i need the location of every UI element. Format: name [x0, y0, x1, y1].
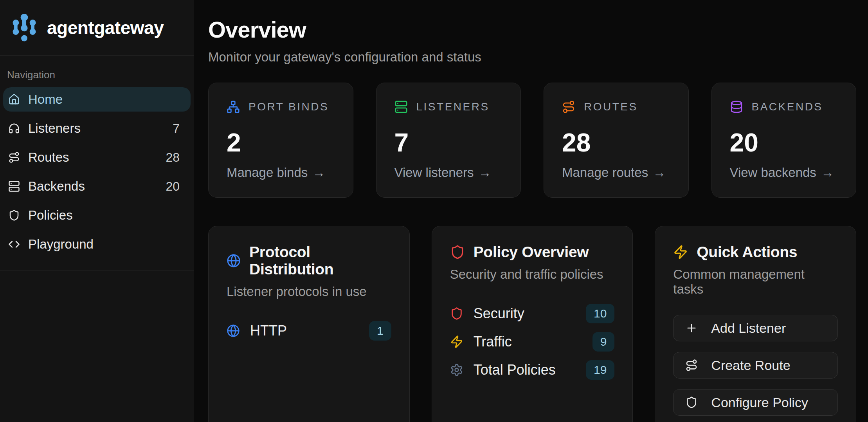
gear-icon — [450, 363, 463, 377]
sidebar-item-label: Routes — [28, 150, 69, 165]
server-icon — [394, 100, 408, 114]
view-backends-link[interactable]: View backends → — [730, 165, 834, 180]
manage-binds-link[interactable]: Manage binds → — [227, 165, 325, 180]
sidebar-nav: Home Listeners 7 Routes 28 — [0, 87, 194, 261]
sidebar-item-count: 28 — [166, 150, 180, 165]
policy-label: Security — [474, 305, 524, 322]
stat-value: 7 — [394, 128, 503, 157]
nav-section-label: Navigation — [7, 69, 187, 81]
sidebar-item-label: Listeners — [28, 121, 81, 136]
sidebar-item-backends[interactable]: Backends 20 — [3, 174, 191, 198]
panel-subtitle: Common management tasks — [673, 267, 838, 297]
policy-count-badge: 10 — [586, 304, 614, 323]
shield-icon — [685, 396, 698, 409]
policy-row-traffic: Traffic 9 — [450, 332, 615, 352]
app-root: agentgateway Navigation Home Listeners 7 — [0, 0, 868, 422]
create-route-button[interactable]: Create Route — [673, 352, 838, 379]
manage-routes-link[interactable]: Manage routes → — [562, 165, 666, 180]
globe-icon — [227, 253, 241, 268]
code-icon — [8, 238, 20, 250]
page-subtitle: Monitor your gateway's configuration and… — [208, 50, 856, 65]
agentgateway-logo-icon — [10, 13, 38, 43]
sidebar-item-playground[interactable]: Playground — [3, 232, 191, 256]
policy-row-security: Security 10 — [450, 304, 615, 323]
panel-subtitle: Listener protocols in use — [227, 284, 391, 299]
policy-label: Traffic — [474, 334, 512, 350]
stat-value: 2 — [227, 128, 335, 157]
panel-title: Protocol Distribution — [249, 243, 391, 278]
network-icon — [227, 100, 240, 114]
stat-card-listeners: LISTENERS 7 View listeners → — [376, 83, 521, 198]
panel-subtitle: Security and traffic policies — [450, 267, 615, 282]
sidebar-item-count: 7 — [173, 121, 180, 136]
stat-label: ROUTES — [584, 101, 638, 113]
shield-icon — [450, 307, 463, 320]
arrow-right-icon: → — [312, 165, 325, 180]
brand-name: agentgateway — [47, 17, 164, 38]
panels-grid: Protocol Distribution Listener protocols… — [208, 226, 856, 422]
policy-label: Total Policies — [474, 362, 556, 378]
sidebar-item-home[interactable]: Home — [3, 87, 191, 112]
policy-count-badge: 9 — [592, 332, 615, 352]
page-title: Overview — [208, 16, 856, 43]
server-icon — [8, 180, 20, 192]
route-icon — [685, 359, 698, 372]
route-icon — [8, 151, 20, 163]
policy-row-total: Total Policies 19 — [450, 360, 615, 380]
stat-card-port-binds: PORT BINDS 2 Manage binds → — [208, 83, 353, 198]
panel-title: Policy Overview — [474, 243, 589, 261]
policy-overview-panel: Policy Overview Security and traffic pol… — [432, 226, 633, 422]
brand-logo[interactable]: agentgateway — [0, 0, 194, 56]
stat-label: LISTENERS — [416, 101, 490, 113]
add-listener-button[interactable]: Add Listener — [673, 315, 838, 341]
policy-count-badge: 19 — [586, 360, 614, 380]
database-icon — [730, 100, 743, 114]
globe-icon — [227, 324, 240, 337]
protocol-row-http: HTTP 1 — [227, 321, 391, 341]
stat-value: 20 — [730, 128, 838, 157]
stat-card-backends: BACKENDS 20 View backends → — [711, 83, 857, 198]
stat-value: 28 — [562, 128, 670, 157]
protocol-label: HTTP — [250, 323, 287, 339]
configure-policy-button[interactable]: Configure Policy — [673, 389, 838, 416]
sidebar-item-label: Backends — [28, 179, 85, 194]
stat-label: BACKENDS — [752, 101, 823, 113]
headphones-icon — [8, 123, 20, 134]
view-listeners-link[interactable]: View listeners → — [394, 165, 492, 180]
shield-icon — [450, 245, 465, 260]
sidebar-item-label: Playground — [28, 237, 94, 252]
arrow-right-icon: → — [821, 165, 834, 180]
sidebar-item-label: Policies — [28, 208, 73, 223]
sidebar-item-routes[interactable]: Routes 28 — [3, 145, 191, 170]
sidebar-item-listeners[interactable]: Listeners 7 — [3, 116, 191, 141]
shield-icon — [8, 209, 20, 221]
main-content: Overview Monitor your gateway's configur… — [194, 0, 868, 422]
arrow-right-icon: → — [478, 165, 491, 180]
zap-icon — [450, 335, 463, 348]
sidebar-divider — [0, 271, 194, 271]
protocol-count-badge: 1 — [369, 321, 391, 341]
sidebar: agentgateway Navigation Home Listeners 7 — [0, 0, 194, 422]
zap-icon — [673, 245, 688, 260]
stats-grid: PORT BINDS 2 Manage binds → LISTENERS — [208, 83, 856, 198]
stat-card-routes: ROUTES 28 Manage routes → — [544, 83, 689, 198]
sidebar-item-policies[interactable]: Policies — [3, 203, 191, 227]
quick-actions-panel: Quick Actions Common management tasks Ad… — [655, 226, 856, 422]
route-icon — [562, 100, 575, 114]
stat-label: PORT BINDS — [249, 101, 329, 113]
panel-title: Quick Actions — [697, 243, 797, 261]
arrow-right-icon: → — [653, 165, 666, 180]
sidebar-item-label: Home — [28, 92, 63, 107]
protocol-distribution-panel: Protocol Distribution Listener protocols… — [208, 226, 410, 422]
plus-icon — [685, 322, 698, 334]
home-icon — [8, 94, 20, 105]
sidebar-item-count: 20 — [166, 179, 180, 194]
